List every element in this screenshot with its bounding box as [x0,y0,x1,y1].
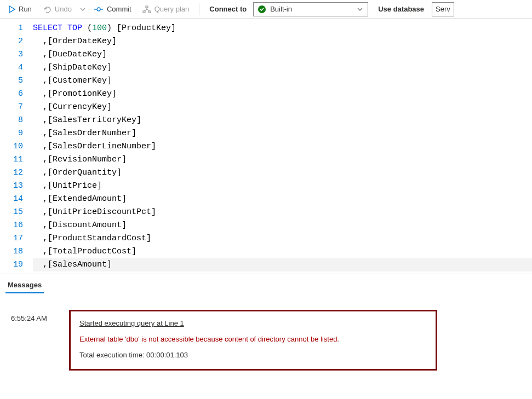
connect-to-value: Built-in [270,5,292,13]
undo-icon [43,5,52,13]
code-line[interactable]: ,[ProductStandardCost] [33,232,532,245]
line-number: 5 [0,74,23,88]
run-label: Run [19,5,32,13]
connect-to-dropdown[interactable]: Built-in [253,2,368,16]
code-line[interactable]: ,[DiscountAmount] [33,219,532,232]
code-line[interactable]: ,[DueDateKey] [33,48,532,61]
line-number: 13 [0,180,23,193]
line-number: 14 [0,193,23,206]
commit-icon [94,5,104,13]
message-timestamp: 6:55:24 AM [11,310,59,371]
code-area[interactable]: SELECT TOP (100) [ProductKey] ,[OrderDat… [33,22,532,271]
line-number: 18 [0,245,23,258]
code-line[interactable]: ,[SalesOrderNumber] [33,127,532,140]
code-line[interactable]: SELECT TOP (100) [ProductKey] [33,22,532,35]
commit-label: Commit [107,5,131,13]
line-number: 3 [0,48,23,61]
svg-point-1 [97,8,100,11]
line-number: 9 [0,127,23,140]
code-line[interactable]: ,[SalesTerritoryKey] [33,114,532,127]
message-total-time: Total execution time: 00:00:01.103 [79,351,427,359]
use-database-value: Serv [436,5,450,13]
undo-label: Undo [55,5,72,13]
line-number: 19 [0,258,23,271]
use-database-dropdown[interactable]: Serv [432,2,454,16]
code-line[interactable]: ,[UnitPriceDiscountPct] [33,206,532,219]
tab-messages[interactable]: Messages [5,277,44,293]
line-number: 15 [0,206,23,219]
message-box: Started executing query at Line 1 Extern… [69,310,437,371]
code-line[interactable]: ,[SalesOrderLineNumber] [33,140,532,153]
line-number: 2 [0,35,23,48]
undo-dropdown[interactable] [78,4,87,15]
chevron-down-icon [79,6,86,13]
code-line[interactable]: ,[OrderDateKey] [33,35,532,48]
line-number: 7 [0,101,23,114]
commit-button[interactable]: Commit [89,3,136,15]
play-icon [9,5,15,13]
code-line[interactable]: ,[PromotionKey] [33,88,532,101]
queryplan-button[interactable]: Query plan [138,3,194,15]
line-number: 12 [0,166,23,180]
code-line[interactable]: ,[ExtendedAmount] [33,193,532,206]
line-number: 11 [0,153,23,166]
message-started: Started executing query at Line 1 [79,319,427,327]
line-number: 10 [0,140,23,153]
line-number: 16 [0,219,23,232]
line-number: 6 [0,88,23,101]
code-line[interactable]: ,[UnitPrice] [33,180,532,193]
message-error: External table 'dbo' is not accessible b… [79,335,427,343]
chevron-down-icon [357,6,363,13]
queryplan-label: Query plan [155,5,190,13]
code-line[interactable]: ,[TotalProductCost] [33,245,532,258]
results-panel: Messages 6:55:24 AM Started executing qu… [0,274,532,399]
svg-rect-5 [148,11,151,13]
code-line[interactable]: ,[OrderQuantity] [33,166,532,180]
results-tabs: Messages [0,274,532,293]
separator [199,3,199,15]
code-line[interactable]: ,[SalesAmount] [33,258,532,271]
undo-button[interactable]: Undo [38,3,76,15]
use-database-label: Use database [370,5,430,13]
toolbar: Run Undo Commit Query plan Connect to Bu… [0,0,532,19]
code-line[interactable]: ,[CustomerKey] [33,74,532,88]
run-button[interactable]: Run [4,3,36,15]
connect-to-label: Connect to [205,5,251,13]
code-line[interactable]: ,[RevisionNumber] [33,153,532,166]
line-number: 4 [0,61,23,74]
status-ok-icon [258,5,266,13]
line-number-gutter: 12345678910111213141516171819 [0,22,33,271]
code-line[interactable]: ,[ShipDateKey] [33,61,532,74]
code-line[interactable]: ,[CurrencyKey] [33,101,532,114]
svg-rect-3 [146,6,148,8]
sql-editor[interactable]: 12345678910111213141516171819 SELECT TOP… [0,19,532,271]
line-number: 1 [0,22,23,35]
queryplan-icon [142,5,151,13]
messages-area: 6:55:24 AM Started executing query at Li… [0,293,532,381]
line-number: 8 [0,114,23,127]
svg-rect-4 [143,11,145,13]
line-number: 17 [0,232,23,245]
